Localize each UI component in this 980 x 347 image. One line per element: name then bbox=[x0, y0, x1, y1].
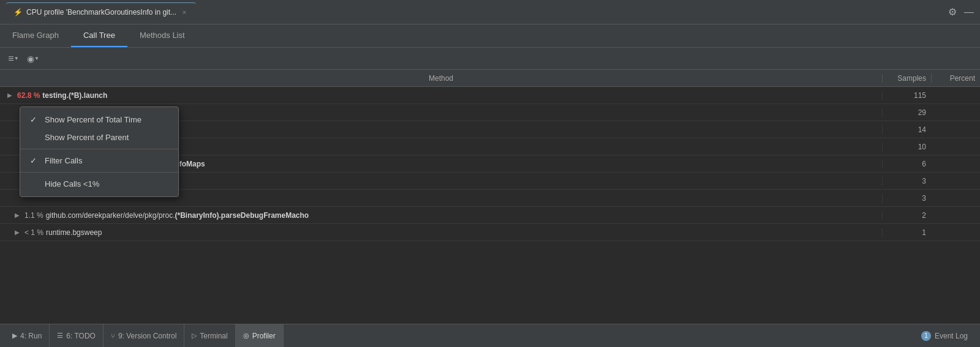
settings-icon[interactable]: ⚙ bbox=[948, 6, 957, 18]
column-header-samples: Samples bbox=[882, 74, 931, 83]
expand-icon[interactable]: ▶ bbox=[12, 229, 22, 236]
row-samples: 3 bbox=[882, 194, 931, 203]
row-method-name: runtime.bgsweep bbox=[46, 228, 102, 237]
row-method: ▶ 1.1 % github.com/derekparker/delve/pkg… bbox=[0, 211, 882, 220]
filter-arrow: ▼ bbox=[14, 56, 19, 61]
tab-close-button[interactable]: × bbox=[180, 8, 189, 17]
tab-methods-list[interactable]: Methods List bbox=[127, 24, 197, 47]
status-version-control[interactable]: ⑂ 9: Version Control bbox=[104, 324, 184, 347]
status-run-label: 4: Run bbox=[20, 332, 42, 340]
menu-item-show-percent-total[interactable]: ✓ Show Percent of Total Time bbox=[20, 111, 178, 129]
title-bar-left: ⚡ CPU profile 'BenchmarkGoroutinesInfo i… bbox=[6, 2, 948, 22]
table-row[interactable]: ▶ 62.8 % testing.(*B).launch 115 bbox=[0, 87, 980, 104]
status-profiler-label: Profiler bbox=[252, 332, 276, 340]
menu-item-label: Show Percent of Parent bbox=[45, 133, 129, 142]
row-samples: 10 bbox=[882, 143, 931, 151]
tab-call-tree[interactable]: Call Tree bbox=[71, 24, 127, 47]
version-control-icon: ⑂ bbox=[111, 332, 115, 340]
row-method-name: testing.(*B).launch bbox=[42, 91, 107, 100]
event-log-badge: 1 bbox=[921, 331, 931, 341]
minimize-icon[interactable]: — bbox=[964, 7, 974, 18]
title-tab[interactable]: ⚡ CPU profile 'BenchmarkGoroutinesInfo i… bbox=[6, 2, 196, 22]
toolbar: ≡ ▼ ◉ ▼ bbox=[0, 48, 980, 70]
dropdown-menu: ✓ Show Percent of Total Time Show Percen… bbox=[20, 106, 179, 197]
title-bar-actions: ⚙ — bbox=[948, 6, 974, 18]
todo-icon: ☰ bbox=[57, 332, 63, 340]
status-todo[interactable]: ☰ 6: TODO bbox=[50, 324, 104, 347]
menu-divider bbox=[20, 172, 178, 173]
tab-flame-graph[interactable]: Flame Graph bbox=[0, 24, 71, 47]
event-log[interactable]: 1 Event Log bbox=[914, 324, 975, 347]
status-profiler[interactable]: ◎ Profiler bbox=[236, 324, 284, 347]
expand-icon[interactable]: ▶ bbox=[5, 92, 15, 99]
row-method: ▶ 62.8 % testing.(*B).launch bbox=[0, 91, 882, 100]
terminal-icon: ▷ bbox=[192, 332, 197, 340]
column-header-percent: Percent bbox=[931, 74, 980, 83]
title-bar: ⚡ CPU profile 'BenchmarkGoroutinesInfo i… bbox=[0, 0, 980, 24]
status-terminal-label: Terminal bbox=[200, 332, 227, 340]
row-method-name: github.com/derekparker/delve/pkg/proc.(*… bbox=[46, 211, 309, 220]
row-samples: 14 bbox=[882, 125, 931, 134]
row-samples: 29 bbox=[882, 108, 931, 117]
profiler-icon: ◎ bbox=[243, 332, 249, 340]
row-samples: 3 bbox=[882, 177, 931, 185]
tab-icon: ⚡ bbox=[13, 8, 23, 17]
row-method: ▶ < 1 % runtime.bgsweep bbox=[0, 228, 882, 237]
table-row[interactable]: ▶ < 1 % runtime.bgsweep 1 bbox=[0, 224, 980, 241]
event-log-label: Event Log bbox=[935, 332, 968, 340]
expand-icon[interactable]: ▶ bbox=[12, 212, 22, 218]
status-version-control-label: 9: Version Control bbox=[118, 332, 176, 340]
menu-item-filter-calls[interactable]: ✓ Filter Calls bbox=[20, 152, 178, 170]
row-percent-label: 62.8 % bbox=[17, 91, 40, 100]
eye-button[interactable]: ◉ ▼ bbox=[24, 50, 42, 67]
check-icon: ✓ bbox=[30, 156, 40, 165]
row-percent-label: 1.1 % bbox=[24, 211, 43, 220]
status-run[interactable]: ▶ 4: Run bbox=[5, 324, 50, 347]
eye-icon: ◉ bbox=[27, 54, 34, 64]
check-icon: ✓ bbox=[30, 115, 40, 124]
menu-item-label: Filter Calls bbox=[45, 156, 82, 165]
filter-button[interactable]: ≡ ▼ bbox=[5, 50, 22, 67]
column-header-method: Method bbox=[0, 74, 882, 83]
menu-item-label: Hide Calls <1% bbox=[45, 179, 99, 188]
row-samples: 2 bbox=[882, 211, 931, 220]
run-icon: ▶ bbox=[12, 332, 17, 340]
eye-arrow: ▼ bbox=[34, 56, 39, 61]
tab-navigation: Flame Graph Call Tree Methods List bbox=[0, 24, 980, 48]
table-header: Method Samples Percent bbox=[0, 70, 980, 87]
row-samples: 115 bbox=[882, 91, 931, 100]
status-terminal[interactable]: ▷ Terminal bbox=[184, 324, 235, 347]
status-todo-label: 6: TODO bbox=[66, 332, 96, 340]
menu-divider bbox=[20, 149, 178, 149]
filter-icon: ≡ bbox=[8, 54, 13, 64]
row-percent-label: < 1 % bbox=[24, 228, 43, 237]
menu-item-hide-calls[interactable]: Hide Calls <1% bbox=[20, 175, 178, 193]
table-row[interactable]: ▶ 1.1 % github.com/derekparker/delve/pkg… bbox=[0, 207, 980, 224]
row-samples: 1 bbox=[882, 228, 931, 237]
tab-title: CPU profile 'BenchmarkGoroutinesInfo in … bbox=[26, 8, 176, 17]
menu-item-label: Show Percent of Total Time bbox=[45, 115, 141, 124]
menu-item-show-percent-parent[interactable]: Show Percent of Parent bbox=[20, 129, 178, 146]
row-samples: 6 bbox=[882, 160, 931, 168]
status-bar: ▶ 4: Run ☰ 6: TODO ⑂ 9: Version Control … bbox=[0, 324, 980, 347]
